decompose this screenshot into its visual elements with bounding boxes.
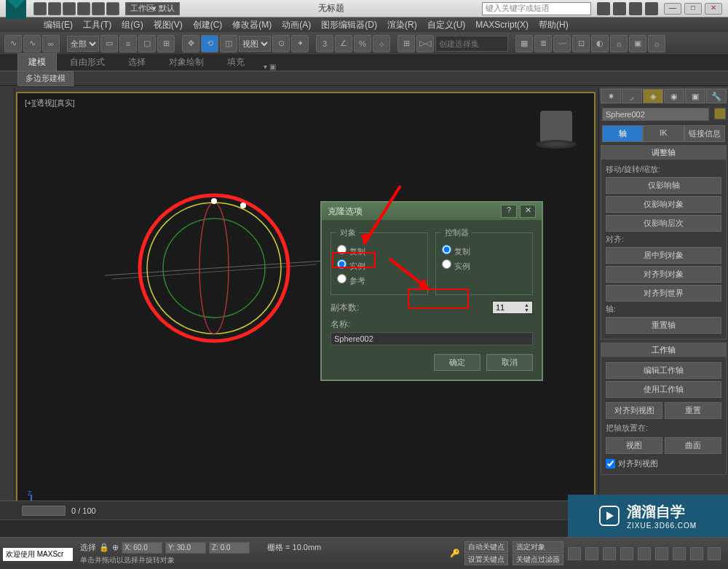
- layers-icon[interactable]: ≣: [534, 35, 552, 52]
- tab-create-icon[interactable]: ✷: [601, 89, 621, 103]
- scale-icon[interactable]: ◫: [220, 35, 237, 52]
- ribbon-tab-objpaint[interactable]: 对象绘制: [159, 54, 214, 71]
- align-to-world-button[interactable]: 对齐到世界: [606, 285, 721, 302]
- align-to-object-button[interactable]: 对齐到对象: [606, 266, 721, 283]
- render-frame-icon[interactable]: ▣: [629, 35, 646, 52]
- ribbon-tab-populate[interactable]: 填充: [217, 54, 255, 71]
- ribbon-tab-modeling[interactable]: 建模: [17, 53, 57, 71]
- align-to-view-button[interactable]: 对齐到视图: [606, 402, 662, 419]
- play-prev-icon[interactable]: [585, 547, 598, 560]
- autokey-button[interactable]: 自动关键点: [464, 541, 508, 553]
- help-icon[interactable]: [645, 2, 658, 15]
- viewport-nav-icon[interactable]: [655, 547, 668, 560]
- render-setup-icon[interactable]: ☼: [610, 35, 628, 52]
- radio-reference[interactable]: 参考: [337, 274, 422, 286]
- spinner-snap-icon[interactable]: ⟐: [373, 35, 390, 52]
- menu-edit[interactable]: 编辑(E): [44, 19, 73, 31]
- tab-display-icon[interactable]: ▣: [685, 89, 705, 103]
- bind-icon[interactable]: ∞: [42, 35, 60, 52]
- link-icon[interactable]: ∿: [4, 35, 22, 52]
- tab-motion-icon[interactable]: ◉: [664, 89, 684, 103]
- cancel-button[interactable]: 取消: [486, 354, 533, 371]
- ribbon-expand-icon[interactable]: ▾ ▣: [264, 63, 276, 71]
- edit-working-pivot-button[interactable]: 编辑工作轴: [606, 362, 721, 379]
- named-sel-icon[interactable]: ⊞: [397, 35, 415, 52]
- time-slider[interactable]: [22, 506, 66, 516]
- place-view-button[interactable]: 视图: [606, 437, 662, 454]
- qat-undo-icon[interactable]: [77, 2, 90, 15]
- coord-x-input[interactable]: [122, 542, 162, 554]
- qat-link-icon[interactable]: [106, 2, 119, 15]
- ref-coord-select[interactable]: 视图: [239, 36, 271, 52]
- ctrl-radio-copy[interactable]: 复制: [442, 245, 526, 257]
- snap-toggle-icon[interactable]: 3: [316, 35, 333, 52]
- tab-modify-icon[interactable]: ◞: [622, 89, 642, 103]
- menu-customize[interactable]: 自定义(U): [427, 19, 466, 31]
- select-name-icon[interactable]: ≡: [119, 35, 137, 52]
- maximize-button[interactable]: □: [684, 3, 702, 15]
- curve-editor-icon[interactable]: 〰: [553, 35, 571, 52]
- ok-button[interactable]: 确定: [434, 354, 480, 371]
- community-icon[interactable]: [613, 2, 626, 15]
- menu-create[interactable]: 创建(C): [193, 19, 223, 31]
- mirror-icon[interactable]: ▷◁: [416, 35, 434, 52]
- use-working-pivot-button[interactable]: 使用工作轴: [606, 381, 721, 398]
- viewport-label[interactable]: [+][透视][真实]: [25, 98, 75, 109]
- reset-wp-button[interactable]: 重置: [665, 402, 721, 419]
- viewport-nav-icon[interactable]: [690, 547, 703, 560]
- dialog-close-button[interactable]: ✕: [520, 205, 536, 218]
- coord-mode-icon[interactable]: ⊕: [112, 543, 119, 552]
- play-start-icon[interactable]: [568, 547, 581, 560]
- lock-icon[interactable]: 🔒: [99, 543, 109, 552]
- menu-maxscript[interactable]: MAXScript(X): [475, 20, 529, 30]
- play-icon[interactable]: [603, 547, 616, 560]
- menu-help[interactable]: 帮助(H): [539, 19, 569, 31]
- key-icon[interactable]: 🔑: [450, 549, 460, 558]
- qat-save-icon[interactable]: [63, 2, 76, 15]
- qat-open-icon[interactable]: [48, 2, 61, 15]
- rollout-header[interactable]: 调整轴: [601, 146, 726, 160]
- maxscript-listener[interactable]: 欢迎使用 MAXScr: [3, 548, 73, 561]
- select-object-icon[interactable]: ▭: [100, 35, 118, 52]
- qat-new-icon[interactable]: [33, 2, 47, 15]
- play-next-icon[interactable]: [620, 547, 633, 560]
- center-to-object-button[interactable]: 居中到对象: [606, 247, 721, 264]
- schematic-icon[interactable]: ⊡: [572, 35, 590, 52]
- align-to-view-check[interactable]: 对齐到视图: [606, 458, 721, 469]
- subtab-linkinfo[interactable]: 链接信息: [684, 125, 725, 142]
- tab-utilities-icon[interactable]: 🔧: [706, 89, 727, 103]
- unlink-icon[interactable]: ∿: [23, 35, 41, 52]
- viewport-nav-icon[interactable]: [673, 547, 686, 560]
- subtab-pivot[interactable]: 轴: [602, 125, 643, 142]
- angle-snap-icon[interactable]: ∠: [335, 35, 352, 52]
- ribbon-panel-poly[interactable]: 多边形建模: [17, 71, 74, 86]
- reset-axis-button[interactable]: 重置轴: [606, 317, 721, 334]
- subtab-ik[interactable]: IK: [643, 125, 684, 142]
- radio-copy[interactable]: 复制: [337, 245, 422, 257]
- help-search-input[interactable]: 键入关键字或短语: [482, 2, 591, 15]
- select-rect-icon[interactable]: ▢: [138, 35, 156, 52]
- material-editor-icon[interactable]: ◐: [591, 35, 609, 52]
- key-target-select[interactable]: 选定对象: [513, 541, 563, 553]
- coord-z-input[interactable]: [209, 542, 250, 554]
- object-color-swatch[interactable]: [714, 108, 726, 119]
- viewport-nav-icon[interactable]: [708, 547, 721, 560]
- percent-snap-icon[interactable]: %: [354, 35, 371, 52]
- move-icon[interactable]: ✥: [182, 35, 199, 52]
- ribbon-tab-freeform[interactable]: 自由形式: [60, 54, 115, 71]
- menu-tools[interactable]: 工具(T): [83, 19, 111, 31]
- qat-redo-icon[interactable]: [92, 2, 105, 15]
- setkey-button[interactable]: 设置关键点: [464, 554, 508, 565]
- menu-render[interactable]: 渲染(R): [387, 19, 417, 31]
- pivot-center-icon[interactable]: ⊙: [272, 35, 290, 52]
- rollout-header[interactable]: 工作轴: [601, 343, 726, 357]
- favorite-icon[interactable]: [629, 2, 642, 15]
- place-surface-button[interactable]: 曲面: [665, 437, 721, 454]
- menu-group[interactable]: 组(G): [122, 19, 143, 31]
- ribbon-tab-selection[interactable]: 选择: [118, 54, 156, 71]
- menu-modifiers[interactable]: 修改器(M): [232, 19, 272, 31]
- sphere-object[interactable]: [105, 159, 323, 377]
- dialog-titlebar[interactable]: 克隆选项 ? ✕: [322, 203, 542, 220]
- render-icon[interactable]: ☼: [648, 35, 665, 52]
- radio-instance[interactable]: 实例: [337, 259, 422, 272]
